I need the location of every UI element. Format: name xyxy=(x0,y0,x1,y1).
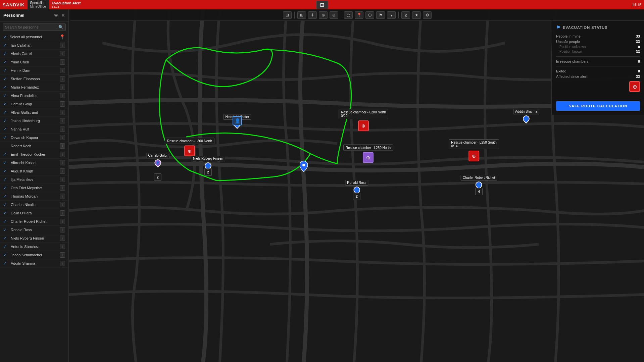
toolbar-hexagon[interactable]: ⬡ xyxy=(365,11,374,19)
person-item[interactable]: Robert Koch i xyxy=(0,142,68,150)
person-item[interactable]: ✓ Additri Sharma i xyxy=(0,259,68,268)
person-marker[interactable]: Camilo Golgi 👤 xyxy=(146,153,169,166)
count-badge[interactable]: 2 xyxy=(154,173,161,181)
person-item[interactable]: ✓ Emil Theodor Kocher i xyxy=(0,150,68,159)
person-info-btn[interactable]: i xyxy=(60,93,65,98)
person-icon-marker[interactable]: 👤 xyxy=(233,116,242,125)
person-item[interactable]: ✓ Antonio Sánchez i xyxy=(0,243,68,251)
person-item[interactable]: ✓ Ronald Ross i xyxy=(0,226,68,234)
toolbar-crosshair[interactable]: ✛ xyxy=(308,11,317,19)
person-item[interactable]: ✓ Henrik Dam i xyxy=(0,66,68,75)
person-name: Allvar Gulfstrand xyxy=(11,110,60,114)
rescue-chamber-marker[interactable]: Rescue chamber - L300 North ⊕ xyxy=(165,138,214,156)
person-item[interactable]: ✓ Ilja Metsnikov i xyxy=(0,175,68,184)
person-info-btn[interactable]: i xyxy=(60,160,65,165)
person-info-btn[interactable]: i xyxy=(60,185,65,191)
person-item[interactable]: ✓ Albrecht Kossel i xyxy=(0,159,68,167)
toolbar-zoom-in[interactable]: ⊕ xyxy=(319,11,328,19)
search-input[interactable] xyxy=(5,25,58,29)
person-check: ✓ xyxy=(3,152,8,157)
toolbar-grid[interactable]: ⊞ xyxy=(297,11,306,19)
person-info-btn[interactable]: i xyxy=(60,261,65,266)
person-info-btn[interactable]: i xyxy=(60,194,65,199)
person-item[interactable]: ✓ August Krogh i xyxy=(0,167,68,175)
person-info-btn[interactable]: i xyxy=(60,177,65,182)
person-check: ✓ xyxy=(3,177,8,182)
person-item[interactable]: ✓ Calin O'Hara i xyxy=(0,209,68,217)
clock: 14:15 xyxy=(632,3,641,7)
rescue-chamber-marker[interactable]: Rescue chamber - L250 North ⊕ xyxy=(343,145,393,163)
toolbar-pin[interactable]: ◎ xyxy=(344,11,353,19)
toolbar-filter[interactable]: ⧖ xyxy=(401,11,410,19)
count-badge[interactable]: 4 xyxy=(475,188,483,195)
toolbar-sep1 xyxy=(294,12,295,18)
person-info-btn[interactable]: i xyxy=(60,110,65,115)
select-all-row[interactable]: ✓ Select all personnel 📍 xyxy=(0,33,68,41)
person-item[interactable]: ✓ Otto Frict Meyerhof i xyxy=(0,184,68,192)
person-item[interactable]: ✓ Alma Frondelius i xyxy=(0,92,68,100)
person-item[interactable]: ✓ Yuan Chen i xyxy=(0,58,68,66)
person-item[interactable]: ✓ Ian Callahan i xyxy=(0,41,68,50)
person-info-btn[interactable]: i xyxy=(60,168,65,174)
person-info-btn[interactable]: i xyxy=(60,126,65,132)
person-info-btn[interactable]: i xyxy=(60,51,65,56)
count-badge[interactable]: 2 xyxy=(353,193,360,200)
person-item[interactable]: ✓ Charles Nicolle i xyxy=(0,201,68,209)
search-box[interactable]: 🔍 xyxy=(3,23,66,31)
person-name: Emil Theodor Kocher xyxy=(11,152,60,156)
person-info-btn[interactable]: i xyxy=(60,210,65,216)
person-item[interactable]: ✓ María Fernández i xyxy=(0,83,68,92)
toolbar-layers[interactable]: ⊡ xyxy=(283,11,292,19)
safe-route-button[interactable]: SAFE ROUTE CALCULATION xyxy=(556,101,640,111)
person-pin: 👤 xyxy=(522,114,531,123)
rescue-chamber-box: ⊕ xyxy=(363,152,374,163)
person-item[interactable]: ✓ Nanna Hult i xyxy=(0,125,68,134)
person-item[interactable]: ✓ Steffan Einarsson i xyxy=(0,75,68,83)
person-name: Robert Koch xyxy=(11,144,60,148)
toolbar-settings[interactable]: ⚙ xyxy=(423,11,432,19)
rescue-chamber-marker[interactable]: Rescue chamber - L200 North0/22 ⊕ xyxy=(339,109,388,131)
count-badge[interactable]: 2 xyxy=(204,168,212,176)
person-marker[interactable]: Niels Ryberg Finsen 👤 xyxy=(191,156,225,169)
person-info-btn[interactable]: i xyxy=(60,252,65,258)
person-info-btn[interactable]: i xyxy=(60,244,65,249)
person-item[interactable]: ✓ Alexis Carrel i xyxy=(0,50,68,58)
toolbar-star[interactable]: ★ xyxy=(412,11,421,19)
toolbar-zoom-out[interactable]: ⊖ xyxy=(330,11,338,19)
person-check: ✓ xyxy=(3,110,8,115)
person-info-btn[interactable]: i xyxy=(60,143,65,149)
person-info-btn[interactable]: i xyxy=(60,135,65,140)
rescue-chamber-marker[interactable]: Rescue chamber - L250 South0/14 ⊕ xyxy=(449,139,499,161)
person-info-btn[interactable]: i xyxy=(60,202,65,207)
person-info-btn[interactable]: i xyxy=(60,76,65,82)
person-item[interactable]: ✓ Jacob Schumacher i xyxy=(0,251,68,259)
person-info-btn[interactable]: i xyxy=(60,219,65,224)
person-info-btn[interactable]: i xyxy=(60,68,65,73)
close-icon[interactable]: ✕ xyxy=(61,13,65,18)
toolbar-location[interactable]: 📍 xyxy=(355,11,363,19)
person-item[interactable]: ✓ Devansh Kapoor i xyxy=(0,134,68,142)
person-marker[interactable]: Additri Sharma 👤 xyxy=(513,109,539,122)
toolbar-flag[interactable]: ⚑ xyxy=(376,11,385,19)
person-item[interactable]: ✓ Camilo Golgi i xyxy=(0,100,68,108)
person-info-btn[interactable]: i xyxy=(60,43,65,48)
people-in-mine-label: People in mine xyxy=(556,34,581,38)
person-info-btn[interactable]: i xyxy=(60,118,65,123)
visibility-icon[interactable]: 👁 xyxy=(54,13,58,18)
grid-button[interactable]: ⊞ xyxy=(316,1,328,9)
person-info-btn[interactable]: i xyxy=(60,59,65,65)
person-item[interactable]: ✓ Jakob Hinderburg i xyxy=(0,117,68,125)
person-marker[interactable]: Ronald Ross 👤 xyxy=(345,180,368,193)
person-info-btn[interactable]: i xyxy=(60,236,65,241)
person-item[interactable]: ✓ Allvar Gulfstrand i xyxy=(0,108,68,117)
person-item[interactable]: ✓ Niels Ryberg Finsen i xyxy=(0,234,68,243)
person-item[interactable]: ✓ Charler Robert Richet i xyxy=(0,217,68,226)
location-pin[interactable] xyxy=(300,161,308,173)
person-info-btn[interactable]: i xyxy=(60,85,65,90)
person-info-btn[interactable]: i xyxy=(60,152,65,157)
toolbar-area[interactable]: ⬥ xyxy=(387,11,396,19)
person-item[interactable]: ✓ Thomas Morgan i xyxy=(0,192,68,201)
person-marker[interactable]: Charler Robert Richet 👤 xyxy=(461,175,497,188)
person-info-btn[interactable]: i xyxy=(60,101,65,107)
person-info-btn[interactable]: i xyxy=(60,227,65,232)
